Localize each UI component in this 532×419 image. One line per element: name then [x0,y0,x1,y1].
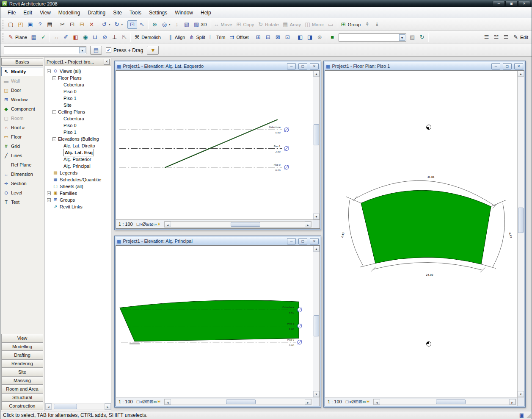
design-bar-item-modify[interactable]: ↖Modify [1,67,43,76]
level-marker-piso0[interactable]: Piso 0 0.00 [274,164,289,172]
scroll-right-icon[interactable]: ► [105,403,111,410]
design-bar-item-dimension[interactable]: ↔Dimension [1,169,43,179]
work-plane-button[interactable]: ✎Plane [6,33,29,42]
tree-collapse-icon[interactable]: − [52,137,56,141]
tree-item-al-principal[interactable]: Alç. Principal [45,163,111,169]
reload-button[interactable]: ↻ [417,33,427,42]
elevation-marker-bottom[interactable] [427,341,431,346]
project-browser-scrollbar[interactable]: ◄ ► [45,403,111,410]
reveal-hidden-icon[interactable]: ☀ [157,222,161,227]
horizontal-scrollbar[interactable]: ◄ ► [373,399,516,405]
tree-collapse-icon[interactable]: − [52,76,56,80]
scrollbar-thumb[interactable] [314,124,319,145]
crop-visibility-icon[interactable]: ⊠ [150,222,154,227]
group-button[interactable]: ⊞Group [339,20,363,29]
dynamic-view-button[interactable]: ⊛ [150,20,160,29]
vertical-scrollbar[interactable]: ▲ ▼ [313,71,320,219]
trim-button[interactable]: ⊢Trim [207,33,227,42]
design-bar-item-lines[interactable]: ╱Lines [1,151,43,160]
scroll-right-icon[interactable]: ► [305,222,311,227]
view-maximize-button[interactable]: ▢ [298,63,307,69]
tree-item-piso-1[interactable]: Piso 1 [45,129,111,136]
reveal-hidden-icon[interactable]: ☀ [366,399,370,404]
grid-display-button[interactable]: ▦ [29,33,39,42]
tree-expand-icon[interactable]: + [47,191,51,195]
view-window-titlebar[interactable]: ▦ Project1 - Elevation: Alç. Principal ─… [116,237,320,245]
paste-aligned-button[interactable]: ⊟ [263,33,273,42]
view-close-button[interactable]: ✕ [310,238,319,244]
scrollbar-thumb[interactable] [54,404,77,409]
design-bar-item-section[interactable]: ✛Section [1,179,43,188]
drawing-canvas[interactable]: Cobertura 5.60 Piso 1 2.80 Piso 0 [116,71,313,219]
view-minimize-button[interactable]: ─ [287,63,296,69]
scroll-left-icon[interactable]: ◄ [374,399,380,405]
tree-item-al-posterior[interactable]: Alç. Posterior [45,156,111,163]
crop-visibility-icon[interactable]: ⊠ [359,399,363,404]
new-button[interactable]: ▢ [6,20,16,29]
view-3d-button[interactable]: ▧3D [192,20,209,29]
copy-tool-button[interactable]: ⊞Copy [234,20,256,29]
design-bar-item-door[interactable]: ◫Door [1,86,43,95]
scrollbar-thumb[interactable] [518,208,524,233]
scrollbar-thumb[interactable] [226,400,256,404]
scroll-down-icon[interactable]: ▼ [518,391,524,397]
reveal-hidden-icon[interactable]: ☀ [157,399,161,404]
scroll-view-button[interactable]: ↕ [172,20,182,29]
model-graphics-style-icon[interactable]: ◑ [348,399,351,404]
design-bar-tab-view[interactable]: View [1,334,43,342]
tree-item-views-all[interactable]: −⊙Views (all) [45,68,111,75]
demolish-button[interactable]: ⚒Demolish [132,33,163,42]
temporary-hide-icon[interactable]: ∞ [154,399,157,404]
scrollbar-thumb[interactable] [231,222,260,227]
view-window-titlebar[interactable]: ▦ Project1 - Elevation: Alç. Lat. Esquer… [116,62,320,70]
view-scale[interactable]: 1 : 100 [328,399,342,404]
design-bar-tab-modelling[interactable]: Modelling [1,342,43,351]
tree-collapse-icon[interactable]: − [52,110,56,114]
restore-button[interactable]: ▣ [505,1,518,6]
building-elevation-silhouette[interactable] [120,300,299,341]
scroll-up-icon[interactable]: ▲ [518,71,524,77]
paste-button[interactable]: ⊟ [77,20,87,29]
redo-button[interactable]: ↻▾ [112,20,125,29]
level-marker-cobertura[interactable]: Cobertura 5.60 [269,126,289,134]
design-bar-tab-room-and-area[interactable]: Room and Area [1,385,43,393]
design-options-select[interactable]: ▾ [339,33,406,42]
vertical-scrollbar[interactable]: ▲ ▼ [313,246,320,397]
whats-this-button[interactable]: ↖ [137,20,147,29]
design-bar-item-text[interactable]: TText [1,197,43,207]
wall-joins-button[interactable]: ⊥ [110,33,119,42]
scrollbar-thumb[interactable] [314,315,319,336]
select-next-button[interactable]: ◨ [305,33,315,42]
design-bar-item-component[interactable]: ◆Component [1,104,43,114]
horizontal-scrollbar[interactable]: ◄ ► [164,399,311,405]
properties-frame-button[interactable]: ⊡ [127,20,137,29]
design-bar-item-ref-plane[interactable]: ┄Ref Plane [1,160,43,169]
scroll-right-icon[interactable]: ► [305,399,311,405]
design-options-button[interactable]: ■ [328,33,337,42]
view-scale[interactable]: 1 : 100 [119,399,133,404]
measure-button[interactable]: ⊛ [315,33,325,42]
design-bar-tab-construction[interactable]: Construction [1,402,43,410]
chevron-down-icon[interactable]: ▾ [79,47,85,53]
floor-plan-footprint[interactable] [361,190,491,264]
menu-item-view[interactable]: View [36,8,55,17]
menu-item-settings[interactable]: Settings [145,8,171,17]
shadows-icon[interactable]: Ø [142,222,146,227]
tree-item-sheets-all[interactable]: ▢Sheets (all) [45,183,111,190]
crop-visibility-icon[interactable]: ⊠ [150,399,154,404]
view-close-button[interactable]: ✕ [514,63,523,69]
design-bar-item-window[interactable]: ⊞Window [1,95,43,104]
tree-item-piso-1[interactable]: Piso 1 [45,95,111,102]
drawing-canvas[interactable]: 31.81 24.00 4.43 4.43 [325,71,517,397]
menu-item-window[interactable]: Window [171,8,197,17]
design-bar-item-wall[interactable]: ▬Wall [1,76,43,86]
press-drag-checkbox[interactable]: ✓ [106,47,111,53]
design-bar-tab-basics[interactable]: Basics [1,58,43,66]
design-bar-item-floor[interactable]: ▭Floor [1,132,43,142]
model-graphics-style-icon[interactable]: ◑ [139,222,142,227]
raytrace-button[interactable]: ▨ [408,33,417,42]
resize-grip-icon[interactable]: ◢ [526,413,531,418]
save-button[interactable]: ▣ [25,20,35,29]
level-marker-piso1[interactable]: Piso 1 2.80 [274,145,289,153]
tree-item-cobertura[interactable]: Cobertura [45,81,111,88]
